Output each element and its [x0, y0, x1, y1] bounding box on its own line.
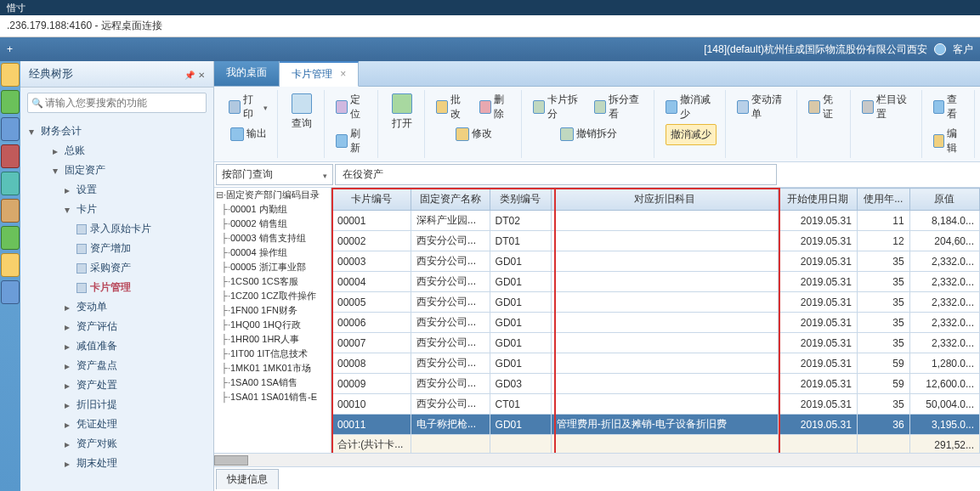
dept-item[interactable]: ├·00002 销售组 [214, 217, 331, 231]
tree-item[interactable]: 折旧计提 [25, 395, 208, 415]
dept-item[interactable]: ├·1HQ00 1HQ行政 [214, 318, 331, 332]
dept-item[interactable]: ├·1HR00 1HR人事 [214, 332, 331, 347]
export-button[interactable]: 输出 [226, 124, 271, 144]
col-header[interactable]: 卡片编号 [332, 189, 411, 211]
pin-icon[interactable] [184, 68, 195, 81]
table-row[interactable]: 00002西安分公司...DT012019.05.3112204,60... [332, 231, 980, 251]
dept-item[interactable]: ├·1IT00 1IT信息技术 [214, 347, 331, 361]
dept-item[interactable]: ├·00005 浙江事业部 [214, 260, 331, 274]
tree-item[interactable]: 设置 [25, 180, 208, 200]
cancel-split-button[interactable]: 撤销拆分 [556, 124, 621, 144]
chevron-icon [65, 321, 73, 333]
tree-item[interactable]: 变动单 [25, 297, 208, 317]
table-cell: 2019.05.31 [779, 415, 858, 435]
table-row[interactable]: 00006西安分公司...GD012019.05.31352,332.0... [332, 313, 980, 333]
chevron-down-icon [321, 169, 327, 181]
rail-icon-7[interactable] [1, 226, 20, 250]
rail-icon-9[interactable] [1, 280, 20, 304]
delete-button[interactable]: 删除 [475, 90, 515, 124]
tree-item[interactable]: 卡片管理 [25, 278, 208, 297]
rail-icon-6[interactable] [1, 199, 20, 223]
table-row[interactable]: 00007西安分公司...GD012019.05.31352,332.0... [332, 333, 980, 353]
cert-button[interactable]: 凭证 [804, 90, 844, 124]
dept-item[interactable]: ├·1CZ00 1CZ取件操作 [214, 289, 331, 303]
tree-item[interactable]: 期末处理 [25, 454, 208, 473]
rail-icon-3[interactable] [1, 117, 20, 141]
dept-item[interactable]: ├·1CS00 1CS客服 [214, 274, 331, 289]
close-icon[interactable] [198, 68, 205, 81]
col-header[interactable]: 使用年... [857, 189, 909, 211]
table-row[interactable]: 00005西安分公司...GD012019.05.31352,332.0... [332, 292, 980, 313]
filter-mode-select[interactable]: 按部门查询 [216, 164, 333, 185]
table-cell [551, 435, 779, 454]
table-row[interactable]: 00004西安分公司...GD012019.05.31352,332.0... [332, 272, 980, 292]
tree-item[interactable]: 资产盘点 [25, 356, 208, 375]
customer-icon[interactable] [934, 43, 946, 55]
tree-root[interactable]: 财务会计 [25, 121, 208, 141]
table-row[interactable]: 00010西安分公司...CT012019.05.313550,004.0... [332, 394, 980, 415]
table-row[interactable]: 00008西安分公司...GD012019.05.31591,280.0... [332, 353, 980, 374]
export-icon [230, 127, 244, 141]
query-button[interactable]: 查询 [285, 90, 319, 134]
modify-button[interactable]: 修改 [451, 124, 496, 144]
view-button[interactable]: 查看 [929, 90, 969, 124]
rail-icon-1[interactable] [1, 63, 20, 87]
col-header[interactable]: 对应折旧科目 [551, 189, 779, 211]
table-row[interactable]: 00009西安分公司...GD032019.05.315912,600.0... [332, 374, 980, 394]
tab-desktop[interactable]: 我的桌面 [214, 61, 280, 86]
tree-item[interactable]: 卡片 [25, 200, 208, 219]
dept-item[interactable]: ├·1MK01 1MK01市场 [214, 361, 331, 375]
tree-item[interactable]: 固定资产 [25, 161, 208, 180]
split-button[interactable]: 卡片拆分 [529, 90, 587, 124]
rail-icon-4[interactable] [1, 144, 20, 168]
search-box[interactable] [27, 93, 207, 113]
table-cell: 35 [857, 333, 909, 353]
dept-item[interactable]: ├·00001 内勤组 [214, 202, 331, 217]
dept-root[interactable]: ⊟·固定资产部门编码目录 [214, 188, 331, 202]
tab-label: 卡片管理 [292, 68, 332, 80]
tree-item[interactable]: 资产对账 [25, 434, 208, 454]
refresh-button[interactable]: 刷新 [331, 124, 371, 158]
table-cell: DT01 [490, 231, 551, 251]
tree-item[interactable]: 资产评估 [25, 317, 208, 336]
table-row[interactable]: 00011电子称把枪...GD01管理费用-折旧及摊销-电子设备折旧费2019.… [332, 415, 980, 435]
tree-item[interactable]: 资产增加 [25, 239, 208, 258]
col-header[interactable]: 类别编号 [490, 189, 551, 211]
tab-card-manage[interactable]: 卡片管理 [280, 61, 359, 87]
col-header[interactable]: 开始使用日期 [779, 189, 858, 211]
rail-icon-8[interactable] [1, 253, 20, 277]
tree-item[interactable]: 总账 [25, 141, 208, 161]
cancel-dec-button[interactable]: 撤消减少 [661, 90, 720, 124]
search-input[interactable] [43, 95, 202, 110]
col-header[interactable]: 原值 [909, 189, 979, 211]
dept-item[interactable]: ├·00004 操作组 [214, 246, 331, 260]
batch-button[interactable]: 批改 [432, 90, 472, 124]
tree-item[interactable]: 录入原始卡片 [25, 219, 208, 239]
change-list-button[interactable]: 变动清单 [733, 90, 791, 124]
dept-item[interactable]: ├·1FN00 1FN财务 [214, 303, 331, 318]
tree-item[interactable]: 采购资产 [25, 258, 208, 278]
table-row[interactable]: 00003西安分公司...GD012019.05.31352,332.0... [332, 251, 980, 272]
locate-button[interactable]: 定位 [331, 90, 371, 124]
cancel-dec-hl-button[interactable]: 撤消减少 [666, 124, 717, 145]
horizontal-scrollbar[interactable] [214, 453, 980, 466]
rail-icon-5[interactable] [1, 172, 20, 195]
tab-close-icon[interactable] [335, 68, 346, 80]
edit-button[interactable]: 编辑 [929, 124, 969, 158]
col-header[interactable]: 固定资产名称 [411, 189, 490, 211]
tree-item[interactable]: 减值准备 [25, 336, 208, 356]
print-button[interactable]: 打印 [224, 90, 272, 124]
table-row[interactable]: 00001深科产业园...DT022019.05.31118,184.0... [332, 211, 980, 231]
bottom-tab-quickinfo[interactable]: 快捷信息 [216, 469, 279, 489]
filter-status[interactable]: 在役资产 [335, 164, 777, 185]
col-cfg-button[interactable]: 栏目设置 [858, 90, 916, 124]
dept-item[interactable]: ├·1SA01 1SA01销售-E [214, 390, 331, 404]
customer-label[interactable]: 客户 [953, 42, 973, 57]
tree-item[interactable]: 凭证处理 [25, 415, 208, 434]
dept-item[interactable]: ├·1SA00 1SA销售 [214, 375, 331, 390]
dept-item[interactable]: ├·00003 销售支持组 [214, 231, 331, 246]
rail-icon-2[interactable] [1, 90, 20, 114]
split-view-button[interactable]: 拆分查看 [590, 90, 649, 124]
tree-item[interactable]: 资产处置 [25, 375, 208, 395]
open-button[interactable]: 打开 [385, 90, 419, 134]
